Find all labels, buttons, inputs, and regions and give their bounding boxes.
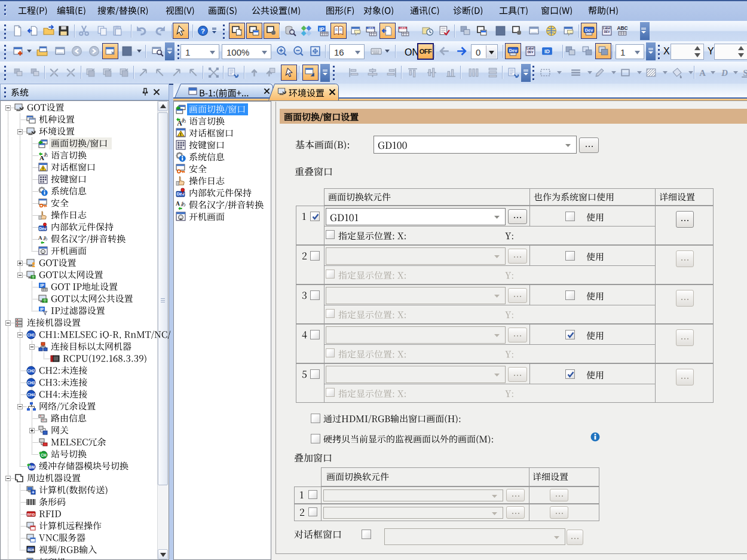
svg-text:あ: あ	[44, 152, 48, 157]
svg-text:?: ?	[200, 27, 204, 34]
svg-text:BM: BM	[29, 465, 35, 469]
svg-text:DEV: DEV	[527, 50, 534, 53]
svg-text:Label: Label	[603, 27, 610, 30]
svg-text:A: A	[699, 68, 706, 77]
svg-text:RFID: RFID	[27, 513, 35, 516]
svg-text:あ: あ	[43, 235, 48, 241]
svg-text:CH4: CH4	[27, 393, 35, 397]
svg-text:Dev: Dev	[509, 47, 517, 53]
svg-text:RGB: RGB	[27, 548, 35, 552]
svg-text:Label: Label	[526, 47, 534, 50]
svg-text:Dev: Dev	[177, 192, 185, 196]
svg-text:ABC: ABC	[617, 25, 627, 31]
svg-text:IP: IP	[40, 283, 44, 287]
svg-text:IP: IP	[319, 25, 324, 32]
svg-text:DATA: DATA	[400, 27, 406, 29]
svg-text:あ: あ	[181, 201, 186, 207]
svg-text:CH1: CH1	[27, 333, 35, 337]
svg-text:D: D	[721, 68, 728, 77]
svg-text:A: A	[176, 200, 180, 207]
svg-text:S: S	[743, 68, 747, 77]
svg-text:IP: IP	[40, 307, 44, 311]
svg-text:CH: CH	[41, 453, 47, 457]
svg-text:ID: ID	[544, 48, 550, 54]
svg-text:あ: あ	[182, 117, 186, 123]
svg-text:A: A	[38, 235, 42, 241]
svg-text:CH2: CH2	[27, 369, 35, 373]
svg-text:DATA: DATA	[368, 27, 374, 29]
svg-text:DEV: DEV	[604, 30, 610, 33]
svg-text:Dev: Dev	[584, 27, 593, 32]
svg-text:CH3: CH3	[27, 381, 35, 385]
svg-text:Dev: Dev	[39, 227, 47, 231]
